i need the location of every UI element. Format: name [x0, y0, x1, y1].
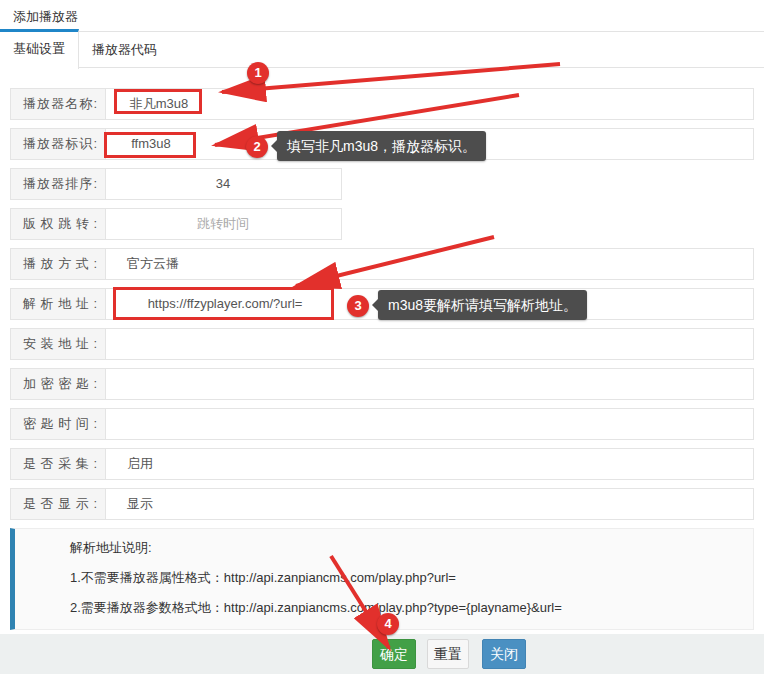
close-button[interactable]: 关闭 — [482, 639, 526, 669]
reset-button[interactable]: 重置 — [427, 639, 469, 669]
footer-button-group: 确定 重置 关闭 — [372, 639, 526, 669]
form-row-key-time: 密匙时间: — [10, 408, 754, 440]
dialog-footer: 确定 重置 关闭 — [0, 634, 764, 674]
player-code-input[interactable]: ffm3u8 — [105, 129, 197, 159]
form-row-encrypt-key: 加密密匙: — [10, 368, 754, 400]
install-url-input[interactable] — [105, 329, 753, 359]
player-code-label: 播放器标识: — [23, 135, 97, 153]
form-row-display-enabled: 是否显示: 显示 — [10, 488, 754, 520]
install-url-label: 安装地址: — [23, 335, 97, 353]
play-mode-label: 播放方式: — [23, 255, 97, 273]
tab-bar: 基础设置 播放器代码 — [0, 31, 764, 68]
form-row-collect-enabled: 是否采集: 启用 — [10, 448, 754, 480]
dialog-title: 添加播放器 — [0, 0, 764, 31]
form-row-parse-url: 解析地址: https://ffzyplayer.com/?url= — [10, 288, 754, 320]
parse-url-label: 解析地址: — [23, 295, 97, 313]
player-name-input[interactable]: 非凡m3u8 — [115, 89, 203, 119]
help-title: 解析地址说明: — [70, 533, 753, 563]
key-time-label: 密匙时间: — [23, 415, 97, 433]
player-order-input[interactable]: 34 — [105, 169, 341, 199]
tab-basic-settings[interactable]: 基础设置 — [0, 29, 79, 69]
copyright-jump-input[interactable]: 跳转时间 — [105, 209, 341, 239]
parse-url-input[interactable]: https://ffzyplayer.com/?url= — [115, 289, 335, 319]
encrypt-key-input[interactable] — [105, 369, 753, 399]
form-row-copyright-jump: 版权跳转: 跳转时间 — [10, 208, 342, 240]
player-order-label: 播放器排序: — [23, 175, 97, 193]
parse-url-help-box: 解析地址说明: 1.不需要播放器属性格式：http://api.zanpianc… — [10, 528, 754, 630]
help-line-1: 1.不需要播放器属性格式：http://api.zanpiancms.com/p… — [70, 563, 753, 593]
confirm-button[interactable]: 确定 — [372, 639, 416, 669]
key-time-input[interactable] — [105, 409, 753, 439]
display-enabled-select[interactable]: 显示 — [105, 489, 753, 519]
tab-player-code[interactable]: 播放器代码 — [79, 32, 170, 68]
display-enabled-label: 是否显示: — [23, 495, 97, 513]
form-row-player-name: 播放器名称: 非凡m3u8 — [10, 88, 754, 120]
help-line-2: 2.需要播放器参数格式地：http://api.zanpiancms.com/p… — [70, 593, 753, 623]
copyright-jump-label: 版权跳转: — [23, 215, 97, 233]
player-form: 播放器名称: 非凡m3u8 播放器标识: ffm3u8 播放器排序: 34 版权… — [0, 88, 764, 520]
collect-enabled-label: 是否采集: — [23, 455, 97, 473]
player-name-label: 播放器名称: — [23, 95, 97, 113]
form-row-player-order: 播放器排序: 34 — [10, 168, 342, 200]
form-row-install-url: 安装地址: — [10, 328, 754, 360]
collect-enabled-select[interactable]: 启用 — [105, 449, 753, 479]
form-row-play-mode: 播放方式: 官方云播 — [10, 248, 754, 280]
form-row-player-code: 播放器标识: ffm3u8 — [10, 128, 754, 160]
encrypt-key-label: 加密密匙: — [23, 375, 97, 393]
play-mode-select[interactable]: 官方云播 — [105, 249, 753, 279]
